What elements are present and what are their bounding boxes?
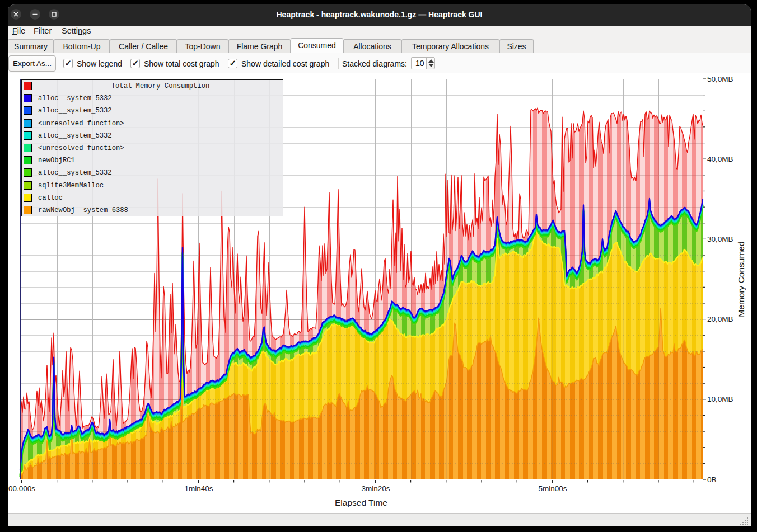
svg-text:0B: 0B [707, 475, 717, 484]
svg-text:5min00s: 5min00s [538, 484, 567, 493]
svg-text:20,0MB: 20,0MB [707, 315, 733, 323]
svg-text:Memory Consumed: Memory Consumed [736, 241, 746, 317]
svg-text:10,0MB: 10,0MB [707, 395, 733, 403]
svg-text:Elapsed Time: Elapsed Time [335, 498, 387, 507]
svg-text:40,0MB: 40,0MB [707, 155, 733, 163]
svg-text:3min20s: 3min20s [361, 484, 390, 493]
svg-text:00.000s: 00.000s [8, 484, 35, 493]
svg-text:1min40s: 1min40s [184, 484, 213, 493]
svg-text:30,0MB: 30,0MB [707, 235, 733, 243]
svg-text:50,0MB: 50,0MB [707, 75, 733, 83]
